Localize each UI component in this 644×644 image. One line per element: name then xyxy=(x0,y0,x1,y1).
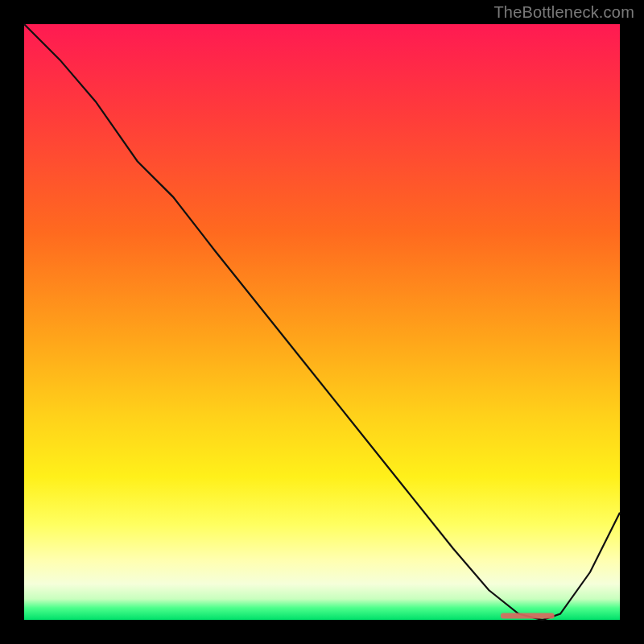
bottleneck-curve xyxy=(24,24,620,620)
curve-path xyxy=(24,24,620,620)
optimum-marker xyxy=(501,613,555,619)
watermark-label: TheBottleneck.com xyxy=(493,3,634,22)
plot-area xyxy=(24,24,620,620)
chart-container: TheBottleneck.com xyxy=(0,0,644,644)
